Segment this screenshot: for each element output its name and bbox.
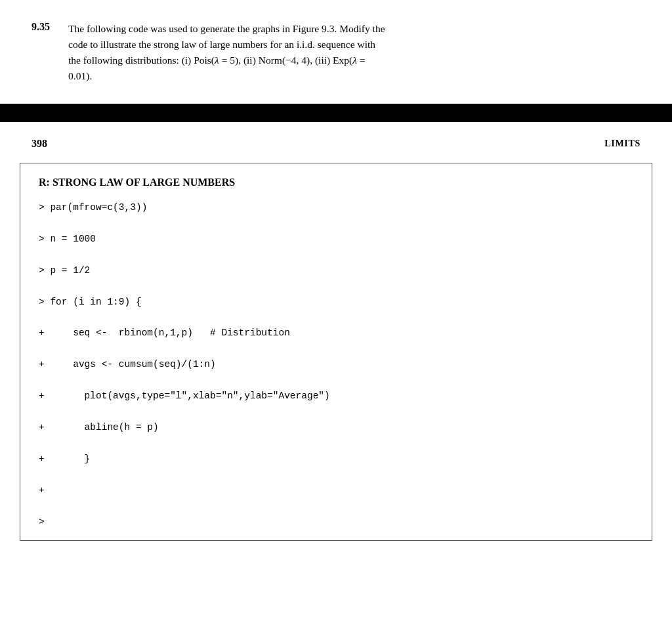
black-bar-divider	[0, 104, 672, 122]
problem-text-line2: code to illustrate the strong law of lar…	[68, 39, 375, 50]
code-line-9: + }	[39, 452, 633, 467]
problem-section: 9.35 The following code was used to gene…	[0, 0, 672, 97]
code-box-title: R: STRONG LAW OF LARGE NUMBERS	[39, 177, 633, 188]
code-line-4: > for (i in 1:9) {	[39, 295, 633, 310]
code-line-10: +	[39, 483, 633, 499]
code-line-8: + abline(h = p)	[39, 420, 633, 436]
problem-text-line1: The following code was used to generate …	[68, 23, 385, 34]
problem-text-line3: the following distributions: (i) Pois(λ …	[68, 54, 366, 66]
code-line-5: + seq <- rbinom(n,1,p) # Distribution	[39, 326, 633, 341]
code-line-11: >	[39, 515, 633, 530]
code-line-7: + plot(avgs,type="l",xlab="n",ylab="Aver…	[39, 389, 633, 404]
code-line-6: + avgs <- cumsum(seq)/(1:n)	[39, 357, 633, 373]
page-container: 9.35 The following code was used to gene…	[0, 0, 672, 638]
page-number: 398	[32, 138, 47, 150]
code-box-container: R: STRONG LAW OF LARGE NUMBERS > par(mfr…	[0, 163, 672, 561]
code-content: > par(mfrow=c(3,3)) > n = 1000 > p = 1/2…	[39, 200, 633, 530]
code-line-2: > n = 1000	[39, 232, 633, 247]
problem-text-line4: 0.01).	[68, 70, 92, 81]
code-line-3: > p = 1/2	[39, 263, 633, 279]
code-box: R: STRONG LAW OF LARGE NUMBERS > par(mfr…	[20, 163, 652, 541]
problem-text: The following code was used to generate …	[68, 21, 385, 84]
problem-number: 9.35	[32, 21, 58, 84]
chapter-title: LIMITS	[604, 138, 640, 149]
code-line-1: > par(mfrow=c(3,3))	[39, 200, 633, 216]
page-footer: 398 LIMITS	[0, 122, 672, 163]
